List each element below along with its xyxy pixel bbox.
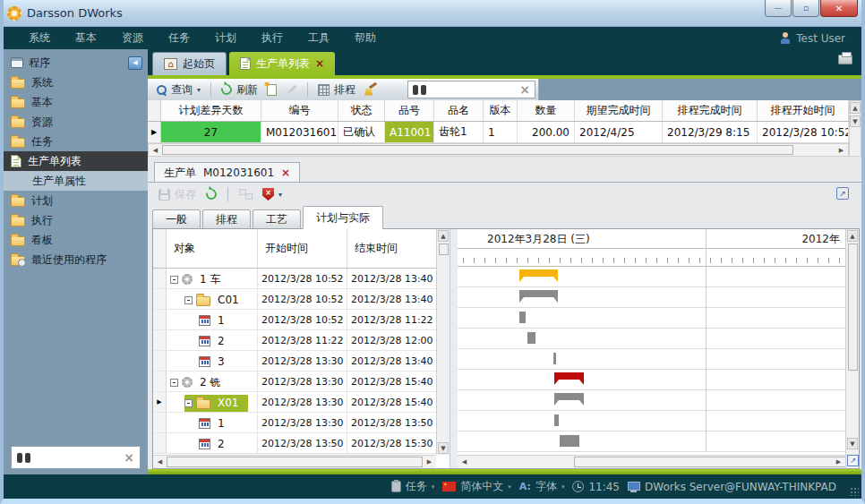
query-button[interactable]: 查询 xyxy=(155,82,202,98)
gantt-task-bar[interactable] xyxy=(527,332,535,344)
vscroll-thumb[interactable] xyxy=(439,243,449,255)
flow-button[interactable] xyxy=(237,189,254,200)
scroll-left-icon[interactable]: ◀ xyxy=(154,457,166,467)
menu-item[interactable]: 计划 xyxy=(202,30,249,46)
gantt-task-bar[interactable] xyxy=(554,414,559,426)
tree-collapse-icon[interactable] xyxy=(184,399,193,407)
hscroll-thumb[interactable] xyxy=(167,457,423,467)
scroll-up-icon[interactable]: ▲ xyxy=(438,230,449,242)
tree-collapse-icon[interactable] xyxy=(184,296,193,304)
new-button[interactable] xyxy=(265,84,278,96)
column-header[interactable]: 期望完成时间 xyxy=(575,100,663,121)
tab-home[interactable]: 起始页 xyxy=(152,52,227,75)
sidebar-search-clear-icon[interactable] xyxy=(124,450,134,465)
tree-row[interactable]: 22012/3/28 11:222012/3/28 12:00 xyxy=(153,330,436,351)
tree-collapse-icon[interactable] xyxy=(170,276,178,284)
sidebar-item[interactable]: 基本 xyxy=(4,92,148,112)
dropdown-icon[interactable] xyxy=(508,483,511,491)
gantt-vscrollbar[interactable]: ▲ ▼ xyxy=(846,229,859,450)
scroll-up-icon[interactable]: ▲ xyxy=(847,230,858,242)
minimize-button[interactable]: — xyxy=(765,0,792,17)
tree-hscrollbar[interactable]: ◀ ▶ xyxy=(153,455,436,468)
dropdown-icon[interactable] xyxy=(432,483,435,491)
order-tab-2[interactable]: 排程 xyxy=(202,209,251,229)
column-header[interactable]: 状态 xyxy=(338,100,385,121)
menu-item[interactable]: 任务 xyxy=(156,30,202,46)
gantt-summary-bar[interactable] xyxy=(554,372,584,385)
tree-row[interactable]: 12012/3/28 10:522012/3/28 11:22 xyxy=(153,310,436,330)
grid-search-clear-icon[interactable] xyxy=(519,82,530,97)
tree-row[interactable]: 12012/3/28 13:302012/3/28 13:50 xyxy=(153,413,436,433)
tree-column-header[interactable]: 对象 xyxy=(167,229,258,268)
tree-collapse-icon[interactable] xyxy=(170,379,178,387)
tree-row[interactable]: C012012/3/28 10:522012/3/28 13:40 xyxy=(153,289,436,310)
tree-row[interactable]: 22012/3/28 13:502012/3/28 15:30 xyxy=(153,433,436,454)
order-doc-close-icon[interactable] xyxy=(281,167,290,179)
orders-grid-vscrollbar[interactable]: ▲ ▼ xyxy=(849,100,861,157)
resize-grip[interactable] xyxy=(850,487,859,496)
scroll-right-icon[interactable]: ▶ xyxy=(833,457,844,467)
menu-item[interactable]: 帮助 xyxy=(342,30,389,46)
column-header[interactable]: 计划差异天数 xyxy=(161,100,261,121)
grid-search-input[interactable] xyxy=(431,83,515,96)
hscroll-thumb[interactable] xyxy=(574,457,845,467)
scroll-down-icon[interactable]: ▼ xyxy=(847,438,858,449)
column-header[interactable]: 品号 xyxy=(385,100,434,121)
order-tab-1[interactable]: 一般 xyxy=(152,209,201,229)
column-header[interactable]: 版本 xyxy=(484,100,518,121)
scroll-down-icon[interactable]: ▼ xyxy=(438,442,449,454)
hscroll-thumb[interactable] xyxy=(162,145,793,155)
scroll-left-icon[interactable]: ◀ xyxy=(458,457,470,467)
menu-item[interactable]: 资源 xyxy=(109,30,156,46)
status-server[interactable]: DWorks Server@FUNWAY-THINKPAD xyxy=(628,481,836,493)
sidebar-item[interactable]: 看板 xyxy=(4,230,148,250)
status-clock[interactable]: 11:45 xyxy=(572,481,620,493)
column-header[interactable]: 编号 xyxy=(261,100,338,121)
tree-row[interactable]: 1 车2012/3/28 10:522012/3/28 13:40 xyxy=(153,269,436,289)
sidebar-collapse-button[interactable] xyxy=(128,56,142,70)
menu-item[interactable]: 基本 xyxy=(63,30,109,46)
printer-icon[interactable] xyxy=(838,55,852,64)
column-header[interactable]: 排程完成时间 xyxy=(663,100,758,121)
scroll-down-icon[interactable]: ▼ xyxy=(850,115,861,127)
scroll-right-icon[interactable]: ▶ xyxy=(835,145,847,155)
gantt-task-bar[interactable] xyxy=(553,353,556,364)
sidebar-item[interactable]: 资源 xyxy=(4,112,148,132)
scroll-left-icon[interactable]: ◀ xyxy=(150,145,161,155)
gantt-summary-bar[interactable] xyxy=(554,393,584,406)
edit-button[interactable] xyxy=(284,89,299,91)
order-tab-4[interactable]: 计划与实际 xyxy=(303,206,383,229)
menu-item[interactable]: 执行 xyxy=(249,30,295,46)
tree-row[interactable]: X012012/3/28 13:302012/3/28 15:40 xyxy=(153,392,436,413)
tab-production-order-list[interactable]: 生产单列表 xyxy=(229,52,335,75)
sidebar-item[interactable]: 计划 xyxy=(4,191,148,210)
sidebar-item[interactable]: 生产单列表 xyxy=(4,151,148,171)
order-tab-3[interactable]: 工艺 xyxy=(253,209,301,229)
menu-item[interactable]: 系统 xyxy=(16,30,63,46)
orders-grid-hscrollbar[interactable]: ◀ ▶ xyxy=(148,143,849,157)
maximize-button[interactable]: ▫ xyxy=(792,0,819,17)
tree-row[interactable]: 32012/3/28 13:302012/3/28 13:40 xyxy=(153,351,436,372)
save-button[interactable]: 保存 xyxy=(157,187,198,202)
gantt-summary-bar[interactable] xyxy=(519,269,558,282)
validate-dropdown-icon[interactable] xyxy=(278,191,282,199)
scroll-right-icon[interactable]: ▶ xyxy=(424,457,435,467)
validate-button[interactable] xyxy=(261,188,284,201)
tab-close-icon[interactable] xyxy=(315,57,324,70)
column-header[interactable]: 排程开始时间 xyxy=(758,100,849,121)
gantt-task-bar[interactable] xyxy=(560,435,579,447)
refresh-order-button[interactable] xyxy=(204,189,218,200)
schedule-button[interactable]: 排程 xyxy=(316,82,357,98)
scroll-up-icon[interactable]: ▲ xyxy=(850,102,861,114)
titlebar[interactable]: Darsson DWorks — ▫ ✕ xyxy=(0,0,865,27)
query-dropdown-icon[interactable] xyxy=(197,86,201,94)
tree-column-header[interactable]: 结束时间 xyxy=(347,229,437,268)
menu-item[interactable]: 工具 xyxy=(295,30,342,46)
order-doc-tab[interactable]: 生产单 M012031601 xyxy=(154,162,300,183)
vscroll-thumb[interactable] xyxy=(848,243,858,371)
tree-vscrollbar[interactable]: ▲ ▼ xyxy=(436,229,450,455)
sidebar-search-input[interactable] xyxy=(36,451,118,464)
sidebar-item[interactable]: 最近使用的程序 xyxy=(4,250,148,269)
column-header[interactable]: 品名 xyxy=(434,100,484,121)
clean-button[interactable] xyxy=(363,84,379,96)
